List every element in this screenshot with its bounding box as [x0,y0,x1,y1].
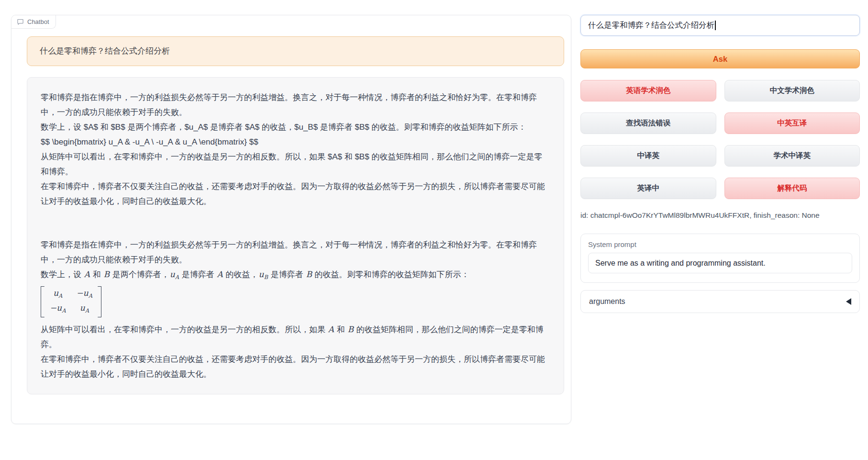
preset-button-grid: 英语学术润色 中文学术润色 查找语法错误 中英互译 中译英 学术中译英 英译中 … [580,80,860,199]
chatbot-label: Chatbot [11,15,56,29]
matrix-bracket-left [41,286,45,317]
zh-to-en-button[interactable]: 中译英 [580,145,716,167]
arguments-accordion[interactable]: arguments [580,290,860,313]
bot-paragraph: 从矩阵中可以看出，在零和博弈中，一方的收益是另一方的相反数。所以，如果 $A$ … [41,149,550,179]
system-prompt-label: System prompt [588,240,852,248]
text-cursor [715,21,716,30]
matrix-cell: uA [49,287,67,302]
bot-rendered-section: 零和博弈是指在博弈中，一方的利益损失必然等于另一方的利益增益。换言之，对于每一种… [41,237,550,381]
bot-paragraph-with-math: 数学上，设 A 和 B 是两个博弈者，uA 是博弈者 A 的收益，uB 是博弈者… [41,267,550,285]
chatbot-panel: Chatbot 什么是零和博弈？结合公式介绍分析 零和博弈是指在博弈中，一方的利… [11,15,571,424]
payoff-matrix: uA−uA−uAuA [41,286,101,317]
system-prompt-input[interactable]: Serve me as a writing and programming as… [588,253,852,273]
en-to-zh-button[interactable]: 英译中 [580,178,716,199]
bot-paragraph: 数学上，设 $A$ 和 $B$ 是两个博弈者，$u_A$ 是博弈者 $A$ 的收… [41,120,550,135]
chinese-academic-polish-button[interactable]: 中文学术润色 [724,80,860,101]
system-prompt-value: Serve me as a writing and programming as… [595,259,766,268]
matrix-cell: uA [76,302,93,316]
chat-bubble-icon [17,18,24,25]
arguments-label: arguments [589,297,625,306]
question-input-value: 什么是零和博弈？结合公式介绍分析 [588,20,714,31]
zh-en-mutual-translate-button[interactable]: 中英互译 [724,112,860,134]
collapse-triangle-icon [846,298,851,305]
bot-latex-source: $$ \begin{bmatrix} u_A & -u_A \ -u_A & u… [41,135,550,149]
question-input[interactable]: 什么是零和博弈？结合公式介绍分析 [580,15,860,36]
bot-paragraph: 在零和博弈中，博弈者不仅要关注自己的收益，还需要考虑对手的收益。因为一方取得的收… [41,352,550,381]
matrix-bracket-right [98,286,101,317]
section-gap [41,209,550,237]
bot-message: 零和博弈是指在博弈中，一方的利益损失必然等于另一方的利益增益。换言之，对于每一种… [27,77,564,394]
system-prompt-panel: System prompt Serve me as a writing and … [580,234,860,283]
english-academic-polish-button[interactable]: 英语学术润色 [580,80,716,101]
app-root: ChatGPT 学术优化 Chatbot 什么是零和博弈？结合公式介绍分析 零和… [0,0,868,460]
matrix-cell: −uA [76,287,93,302]
status-text: id: chatcmpl-6wOo7KrYTwMl89lbrMWRu4UkFFX… [580,211,860,220]
matrix-cells: uA−uA−uAuA [45,286,98,317]
bot-paragraph: 零和博弈是指在博弈中，一方的利益损失必然等于另一方的利益增益。换言之，对于每一种… [41,237,550,267]
user-message-text: 什么是零和博弈？结合公式介绍分析 [40,46,170,56]
find-grammar-errors-button[interactable]: 查找语法错误 [580,112,716,134]
bot-paragraph: 零和博弈是指在博弈中，一方的利益损失必然等于另一方的利益增益。换言之，对于每一种… [41,90,550,120]
explain-code-button[interactable]: 解释代码 [724,178,860,199]
page-title: ChatGPT 学术优化 [423,0,544,4]
ask-button[interactable]: Ask [580,49,860,68]
bot-raw-section: 零和博弈是指在博弈中，一方的利益损失必然等于另一方的利益增益。换言之，对于每一种… [41,90,550,209]
chatbot-label-text: Chatbot [27,18,49,25]
academic-zh-to-en-button[interactable]: 学术中译英 [724,145,860,167]
bot-paragraph: 在零和博弈中，博弈者不仅要关注自己的收益，还需要考虑对手的收益。因为一方取得的收… [41,179,550,209]
matrix-cell: −uA [49,302,67,316]
bot-paragraph-with-math: 从矩阵中可以看出，在零和博弈中，一方的收益是另一方的相反数。所以，如果 A 和 … [41,322,550,352]
user-message: 什么是零和博弈？结合公式介绍分析 [27,36,564,66]
message-list: 什么是零和博弈？结合公式介绍分析 零和博弈是指在博弈中，一方的利益损失必然等于另… [27,36,564,416]
